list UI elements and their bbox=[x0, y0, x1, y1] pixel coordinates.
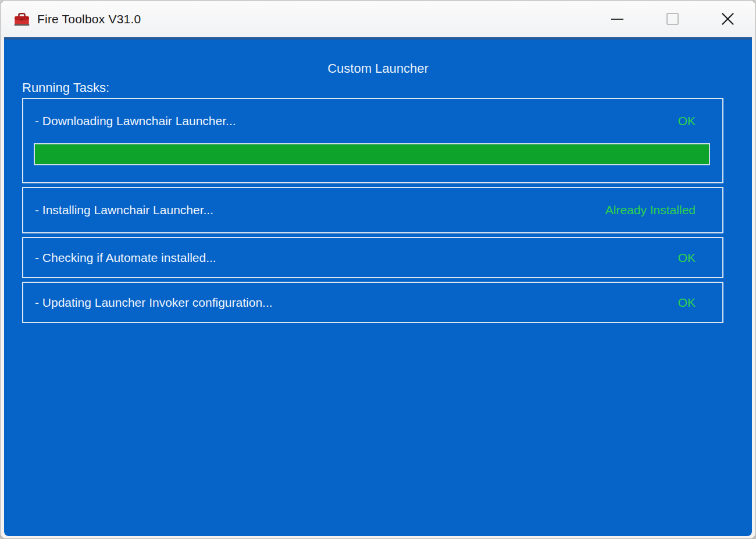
task-status: OK bbox=[678, 296, 696, 310]
page-title: Custom Launcher bbox=[4, 40, 752, 76]
task-row-installing: - Installing Lawnchair Launcher... Alrea… bbox=[22, 187, 723, 233]
minimize-icon bbox=[611, 19, 623, 20]
task-row-downloading: - Downloading Lawnchair Launcher... OK bbox=[22, 98, 723, 183]
task-label: - Updating Launcher Invoker configuratio… bbox=[35, 296, 273, 310]
task-line: - Updating Launcher Invoker configuratio… bbox=[23, 283, 722, 322]
maximize-button[interactable] bbox=[645, 1, 700, 37]
task-status: OK bbox=[678, 251, 696, 265]
titlebar[interactable]: Fire Toolbox V31.0 bbox=[1, 1, 755, 37]
progress-fill bbox=[35, 144, 709, 164]
task-row-checking-automate: - Checking if Automate installed... OK bbox=[22, 237, 723, 278]
task-label: - Checking if Automate installed... bbox=[35, 251, 216, 265]
task-label: - Downloading Lawnchair Launcher... bbox=[35, 114, 236, 128]
task-line: - Installing Lawnchair Launcher... Alrea… bbox=[23, 188, 722, 232]
titlebar-left: Fire Toolbox V31.0 bbox=[14, 12, 141, 26]
content-panel: Custom Launcher Running Tasks: - Downloa… bbox=[4, 37, 752, 536]
running-tasks-label: Running Tasks: bbox=[22, 80, 752, 95]
task-status: Already Installed bbox=[605, 203, 696, 217]
task-row-updating-invoker: - Updating Launcher Invoker configuratio… bbox=[22, 282, 723, 323]
window-title: Fire Toolbox V31.0 bbox=[37, 12, 141, 26]
task-status: OK bbox=[678, 114, 696, 128]
minimize-button[interactable] bbox=[590, 1, 645, 37]
close-icon bbox=[721, 12, 735, 26]
task-line: - Downloading Lawnchair Launcher... OK bbox=[23, 99, 722, 143]
task-label: - Installing Lawnchair Launcher... bbox=[35, 203, 213, 217]
window-controls bbox=[590, 1, 755, 37]
close-button[interactable] bbox=[700, 1, 755, 37]
task-line: - Checking if Automate installed... OK bbox=[23, 238, 722, 277]
progress-bar bbox=[34, 143, 710, 165]
toolbox-icon bbox=[14, 12, 30, 26]
app-window: Fire Toolbox V31.0 Custom Launcher Runni… bbox=[0, 0, 756, 539]
maximize-icon bbox=[666, 13, 679, 25]
